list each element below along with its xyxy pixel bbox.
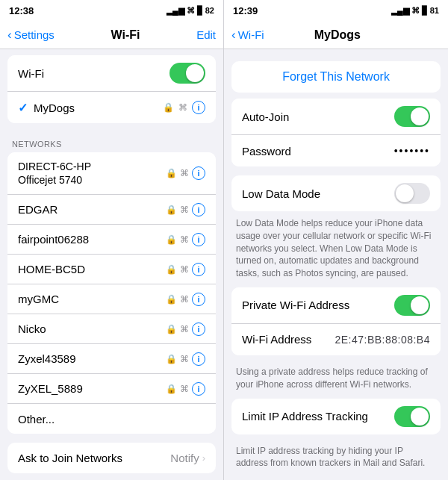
time-right: 12:39	[233, 5, 258, 16]
list-item[interactable]: DIRECT-6C-HPOfficejet 5740 🔒 ⌘ i	[7, 152, 216, 195]
wifi-icon: ⌘	[180, 264, 189, 275]
network-icons: 🔒 ⌘ i	[166, 382, 205, 396]
low-data-item[interactable]: Low Data Mode	[231, 175, 441, 211]
back-label-right: Wi-Fi	[238, 28, 264, 41]
status-bar-left: 12:38 ▂▄▆ ⌘ ▊ 82	[0, 0, 223, 21]
status-icons-left: ▂▄▆ ⌘ ▊ 82	[167, 6, 214, 16]
wifi-toggle[interactable]	[169, 63, 205, 84]
back-button-left[interactable]: ‹ Settings	[7, 28, 55, 43]
list-item[interactable]: HOME-BC5D 🔒 ⌘ i	[7, 255, 216, 284]
signal-icon-left: ▂▄▆	[167, 6, 184, 16]
private-address-description: Using a private address helps reduce tra…	[224, 361, 448, 399]
wifi-address-item: Wi-Fi Address 2E:47:BB:88:08:B4	[231, 324, 441, 355]
private-wifi-toggle[interactable]	[394, 295, 430, 316]
info-icon-connected[interactable]: i	[192, 101, 205, 114]
password-label: Password	[242, 145, 291, 158]
list-item[interactable]: Nicko 🔒 ⌘ i	[7, 314, 216, 344]
ask-join-value: Notify	[170, 452, 199, 464]
time-left: 12:38	[9, 5, 34, 16]
page-title-left: Wi-Fi	[111, 28, 140, 42]
back-chevron-left: ‹	[7, 28, 12, 43]
nav-bar-right: ‹ Wi-Fi MyDogs	[224, 21, 448, 49]
forget-network-button[interactable]: Forget This Network	[231, 61, 441, 93]
limit-tracking-toggle[interactable]	[394, 406, 430, 427]
back-button-right[interactable]: ‹ Wi-Fi	[231, 28, 264, 43]
info-icon[interactable]: i	[192, 322, 205, 336]
lock-icon: 🔒	[166, 264, 177, 275]
network-icons: 🔒 ⌘ i	[166, 166, 205, 180]
autojoin-password-group: Auto-Join Password •••••••	[231, 99, 441, 166]
info-icon[interactable]: i	[192, 203, 205, 216]
battery-icon-right: ▊	[422, 6, 428, 16]
network-name: myGMC	[18, 293, 166, 305]
battery-icon-left: ▊	[197, 6, 203, 16]
status-icons-right: ▂▄▆ ⌘ ▊ 81	[391, 6, 439, 16]
connected-network-name: MyDogs	[34, 102, 75, 114]
back-label-left: Settings	[14, 28, 55, 41]
list-item[interactable]: fairpoint06288 🔒 ⌘ i	[7, 225, 216, 255]
list-item[interactable]: Zyxel43589 🔒 ⌘ i	[7, 344, 216, 374]
lock-icon: 🔒	[166, 168, 177, 178]
battery-percent-left: 82	[205, 6, 214, 15]
wifi-icon-left: ⌘	[187, 6, 195, 16]
network-detail-content: Forget This Network Auto-Join Password •…	[224, 49, 448, 480]
info-icon[interactable]: i	[192, 233, 205, 246]
wifi-address-label: Wi-Fi Address	[242, 333, 311, 346]
list-item-other[interactable]: Other...	[7, 404, 216, 434]
connected-network-right: 🔒 ⌘ i	[163, 101, 205, 114]
wifi-toggle-item[interactable]: Wi-Fi	[7, 55, 216, 92]
forget-network-group: Forget This Network	[231, 61, 441, 93]
info-icon[interactable]: i	[192, 293, 205, 306]
lock-icon: 🔒	[166, 384, 177, 394]
network-name-other: Other...	[18, 413, 205, 426]
info-icon[interactable]: i	[192, 352, 205, 366]
low-data-toggle[interactable]	[394, 183, 430, 204]
edit-button[interactable]: Edit	[196, 28, 216, 41]
wifi-content: Wi-Fi ✓ MyDogs 🔒 ⌘ i NETWORKS DIRECT-6C-…	[0, 49, 223, 480]
battery-percent-right: 81	[430, 6, 439, 15]
private-wifi-group: Private Wi-Fi Address Wi-Fi Address 2E:4…	[231, 287, 441, 355]
wifi-icon: ⌘	[180, 205, 189, 215]
lock-icon-connected: 🔒	[163, 102, 174, 113]
password-dots: •••••••	[394, 145, 430, 157]
lock-icon: 🔒	[166, 354, 177, 364]
info-icon[interactable]: i	[192, 263, 205, 276]
signal-icon-right: ▂▄▆	[391, 6, 409, 16]
list-item[interactable]: EDGAR 🔒 ⌘ i	[7, 195, 216, 225]
auto-join-item[interactable]: Auto-Join	[231, 99, 441, 135]
info-icon[interactable]: i	[192, 166, 205, 180]
lock-icon: 🔒	[166, 294, 177, 305]
network-name: EDGAR	[18, 203, 166, 216]
wifi-settings-panel: 12:38 ▂▄▆ ⌘ ▊ 82 ‹ Settings Wi-Fi Edit W…	[0, 0, 224, 480]
password-item[interactable]: Password •••••••	[231, 135, 441, 166]
low-data-label: Low Data Mode	[242, 187, 320, 200]
network-name: fairpoint06288	[18, 233, 166, 246]
wifi-toggle-group: Wi-Fi ✓ MyDogs 🔒 ⌘ i	[7, 55, 216, 123]
lock-icon: 🔒	[166, 234, 177, 245]
wifi-label: Wi-Fi	[18, 67, 44, 80]
networks-list: DIRECT-6C-HPOfficejet 5740 🔒 ⌘ i EDGAR 🔒…	[7, 152, 216, 434]
list-item[interactable]: ZyXEL_5889 🔒 ⌘ i	[7, 374, 216, 404]
low-data-description: Low Data Mode helps reduce your iPhone d…	[224, 213, 448, 287]
auto-join-toggle[interactable]	[394, 106, 430, 127]
wifi-icon: ⌘	[180, 324, 189, 334]
ask-join-item[interactable]: Ask to Join Networks Notify ›	[7, 443, 216, 473]
chevron-right-icon: ›	[202, 452, 205, 464]
list-item[interactable]: myGMC 🔒 ⌘ i	[7, 284, 216, 314]
network-name: HOME-BC5D	[18, 263, 166, 275]
wifi-icon: ⌘	[180, 234, 189, 245]
back-chevron-right: ‹	[231, 28, 236, 43]
wifi-icon: ⌘	[180, 294, 189, 305]
wifi-icon: ⌘	[180, 384, 189, 394]
checkmark-icon: ✓	[18, 101, 28, 115]
limit-tracking-item[interactable]: Limit IP Address Tracking	[231, 399, 441, 434]
info-icon[interactable]: i	[192, 382, 205, 396]
connected-network-item[interactable]: ✓ MyDogs 🔒 ⌘ i	[7, 92, 216, 123]
low-data-group: Low Data Mode	[231, 175, 441, 211]
private-wifi-item[interactable]: Private Wi-Fi Address	[231, 287, 441, 324]
network-name: ZyXEL_5889	[18, 382, 166, 395]
network-icons: 🔒 ⌘ i	[166, 263, 205, 276]
wifi-icon: ⌘	[180, 354, 189, 364]
limit-tracking-label: Limit IP Address Tracking	[242, 410, 368, 423]
wifi-icon: ⌘	[180, 168, 189, 178]
